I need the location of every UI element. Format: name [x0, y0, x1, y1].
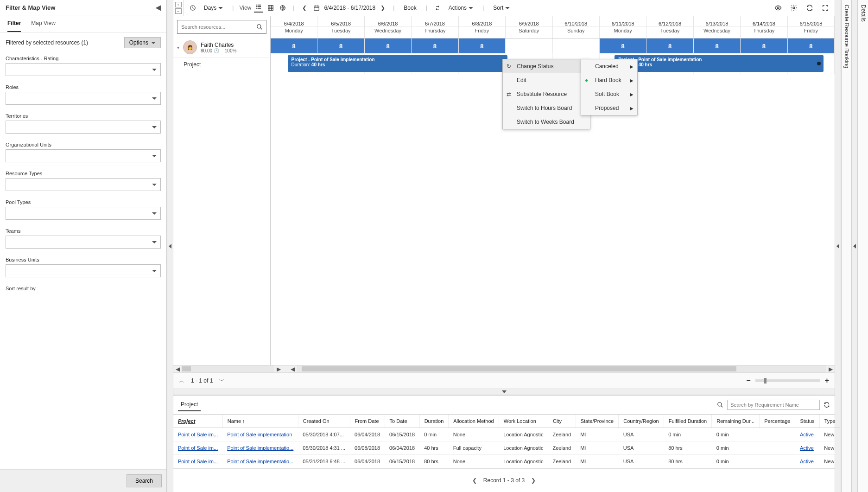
search-icon[interactable] — [256, 24, 263, 30]
collapse-all-icon[interactable]: － — [175, 8, 182, 14]
search-button[interactable]: Search — [127, 474, 162, 487]
search-requirement-input[interactable] — [727, 400, 820, 410]
table-row[interactable]: Point of Sale im...Point of Sale impleme… — [173, 455, 840, 468]
grid-footer-text: Record 1 - 3 of 3 — [483, 477, 525, 484]
calendar-icon[interactable] — [312, 3, 321, 13]
grid-header[interactable]: Work Location — [499, 415, 548, 428]
booking-bar[interactable]: Project - Point of Sale implementationDu… — [615, 55, 823, 72]
grid-header[interactable]: State/Province — [576, 415, 619, 428]
table-row[interactable]: Point of Sale im...Point of Sale impleme… — [173, 428, 840, 441]
grid-next-icon[interactable]: ❯ — [531, 477, 536, 484]
context-item[interactable]: Switch to Hours Board — [503, 101, 590, 115]
refresh-icon[interactable] — [805, 3, 814, 13]
zoom-slider[interactable] — [755, 379, 820, 382]
next-period-icon[interactable]: ❯ — [378, 3, 387, 13]
hscroll-right-2[interactable]: ▶ — [826, 365, 835, 372]
collapse-bottom-strip[interactable] — [173, 389, 835, 395]
project-link[interactable]: Point of Sale im... — [178, 445, 218, 451]
grid-header[interactable]: Status — [795, 415, 819, 428]
days-dropdown[interactable]: Days — [200, 3, 227, 13]
tab-project[interactable]: Project — [178, 398, 201, 411]
details-rail[interactable]: Details — [858, 0, 868, 492]
name-link[interactable]: Point of Sale implementation — [227, 432, 292, 437]
project-link[interactable]: Point of Sale im... — [178, 459, 218, 464]
date-range[interactable]: 6/4/2018 - 6/17/2018 — [324, 5, 375, 11]
options-button[interactable]: Options — [124, 37, 161, 48]
filter-select[interactable] — [6, 264, 161, 277]
grid-prev-icon[interactable]: ❮ — [472, 477, 477, 484]
grid-header[interactable]: Allocation Method — [449, 415, 499, 428]
project-link[interactable]: Point of Sale im... — [178, 432, 218, 437]
book-button[interactable]: Book — [400, 3, 420, 13]
grid-header[interactable]: Percentage — [760, 415, 795, 428]
name-link[interactable]: Point of Sale implementatio... — [227, 445, 293, 451]
filter-select[interactable] — [6, 178, 161, 191]
filter-select[interactable] — [6, 121, 161, 134]
filter-select[interactable] — [6, 207, 161, 220]
clock-icon[interactable] — [188, 3, 197, 13]
hscroll-left-2[interactable]: ◀ — [288, 365, 297, 372]
allocation-cell: 8 — [271, 38, 317, 53]
sort-dropdown[interactable]: Sort — [489, 3, 513, 13]
resource-row[interactable]: ▾ 👩 Faith Charles 80.00 🕒 100% — [173, 38, 270, 58]
context-item[interactable]: Edit — [503, 73, 590, 87]
tab-map-view[interactable]: Map View — [31, 15, 55, 32]
grid-header[interactable]: Name ↑ — [222, 415, 298, 428]
svg-rect-5 — [256, 8, 257, 9]
table-row[interactable]: Point of Sale im...Point of Sale impleme… — [173, 441, 840, 455]
list-view-icon[interactable] — [254, 3, 263, 13]
hscroll-right[interactable]: ▶ — [274, 365, 283, 372]
expand-collapse-col: ＋ － — [173, 0, 184, 16]
grid-header[interactable]: To Date — [385, 415, 419, 428]
context-submenu-item[interactable]: Canceled▶ — [581, 59, 637, 73]
filter-label: Teams — [6, 228, 161, 234]
filter-select[interactable] — [6, 63, 161, 76]
pager-up-icon[interactable]: ︿ — [179, 377, 184, 385]
grid-header[interactable]: From Date — [350, 415, 385, 428]
right-collapse-strip-2[interactable] — [851, 0, 858, 492]
grid-header[interactable]: Fulfilled Duration — [664, 415, 712, 428]
grid-header[interactable]: Remaining Dur... — [712, 415, 760, 428]
eye-icon[interactable] — [773, 3, 783, 13]
expand-all-icon[interactable]: ＋ — [175, 2, 182, 7]
context-item[interactable]: Switch to Weeks Board — [503, 115, 590, 129]
context-item[interactable]: ⇄Substitute Resource▶ — [503, 87, 590, 101]
filter-select[interactable] — [6, 149, 161, 162]
grid-view-icon[interactable] — [266, 3, 275, 13]
context-submenu-item[interactable]: ●Hard Book▶ — [581, 73, 637, 87]
prev-period-icon[interactable]: ❮ — [300, 3, 309, 13]
status-link[interactable]: Active — [800, 432, 814, 437]
grid-header[interactable]: Duration — [419, 415, 449, 428]
grid-header[interactable]: Project — [173, 415, 222, 428]
context-item[interactable]: ↻Change Status▶ — [503, 59, 590, 73]
zoom-in-icon[interactable]: + — [825, 377, 829, 385]
status-link[interactable]: Active — [800, 459, 814, 464]
context-submenu-item[interactable]: Soft Book▶ — [581, 87, 637, 101]
status-link[interactable]: Active — [800, 445, 814, 451]
pager-down-icon[interactable]: ﹀ — [219, 377, 225, 385]
globe-icon[interactable] — [278, 3, 287, 13]
fullscreen-icon[interactable] — [821, 3, 830, 13]
grid-header[interactable]: Created On — [298, 415, 350, 428]
name-link[interactable]: Point of Sale implementatio... — [227, 459, 293, 464]
chevron-down-icon[interactable]: ▾ — [177, 45, 179, 50]
grid-header[interactable]: Type — [819, 415, 840, 428]
filter-select[interactable] — [6, 236, 161, 249]
filter-select[interactable] — [6, 92, 161, 105]
sidebar-collapse-strip[interactable] — [167, 0, 173, 492]
create-booking-rail[interactable]: Create Resource Booking — [841, 0, 851, 492]
grid-header[interactable]: Country/Region — [619, 415, 664, 428]
search-resources-input[interactable] — [177, 20, 266, 34]
gear-icon[interactable] — [789, 3, 798, 13]
zoom-out-icon[interactable]: − — [746, 377, 750, 385]
search-icon[interactable] — [717, 402, 723, 408]
context-submenu-item[interactable]: Proposed▶ — [581, 101, 637, 115]
refresh-grid-icon[interactable] — [824, 402, 830, 408]
grid-header[interactable]: City — [548, 415, 576, 428]
hscroll-left[interactable]: ◀ — [173, 365, 182, 372]
tab-filter[interactable]: Filter — [7, 15, 21, 32]
sidebar-collapse-icon[interactable]: ◀ — [156, 4, 161, 11]
actions-dropdown[interactable]: Actions — [445, 3, 477, 13]
context-item-icon: ⇄ — [507, 91, 513, 97]
booking-bar[interactable]: Project - Point of Sale implementationDu… — [288, 55, 508, 72]
